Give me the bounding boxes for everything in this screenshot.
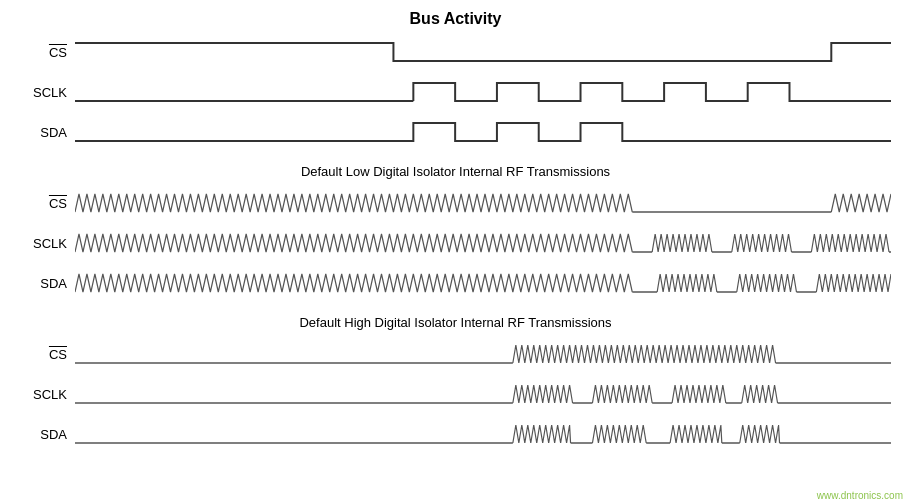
sda-waveform-2 (75, 266, 891, 300)
diagram-container: Bus Activity CS SCLK (0, 0, 911, 503)
section-default-low: Default Low Digital Isolator Internal RF… (20, 164, 891, 301)
signal-row-cs-1: CS (20, 34, 891, 70)
cs-waveform-2: dense zigzag 0-560 (75, 186, 891, 220)
signal-row-sclk-2: SCLK (20, 225, 891, 261)
signal-row-sda-1: SDA (20, 114, 891, 150)
sclk-waveform-3 (75, 377, 891, 411)
sda-waveform-3 (75, 417, 891, 451)
default-low-title: Default Low Digital Isolator Internal RF… (20, 164, 891, 179)
bus-activity-title: Bus Activity (20, 10, 891, 28)
sda-label-3: SDA (20, 427, 75, 442)
cs-label-3: CS (20, 347, 75, 362)
sclk-label-3: SCLK (20, 387, 75, 402)
sda-label-2: SDA (20, 276, 75, 291)
sclk-label-1: SCLK (20, 85, 75, 100)
signal-row-sclk-1: SCLK (20, 74, 891, 110)
sclk-waveform-1 (75, 75, 891, 109)
signal-row-sclk-3: SCLK (20, 376, 891, 412)
sda-waveform-1 (75, 115, 891, 149)
signal-row-sda-2: SDA (20, 265, 891, 301)
default-high-title: Default High Digital Isolator Internal R… (20, 315, 891, 330)
section-default-high: Default High Digital Isolator Internal R… (20, 315, 891, 452)
cs-waveform-3 (75, 337, 891, 371)
cs-label-2: CS (20, 196, 75, 211)
sclk-waveform-2 (75, 226, 891, 260)
cs-waveform-1 (75, 35, 891, 69)
sda-label-1: SDA (20, 125, 75, 140)
cs-label-1: CS (20, 45, 75, 60)
section-bus-activity: Bus Activity CS SCLK (20, 10, 891, 150)
signal-row-cs-2: CS dense zigzag 0-560 (20, 185, 891, 221)
sclk-label-2: SCLK (20, 236, 75, 251)
watermark: www.dntronics.com (817, 490, 903, 501)
signal-row-sda-3: SDA (20, 416, 891, 452)
signal-row-cs-3: CS (20, 336, 891, 372)
